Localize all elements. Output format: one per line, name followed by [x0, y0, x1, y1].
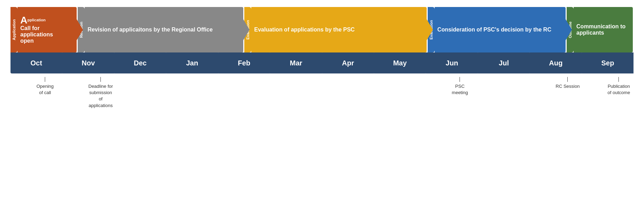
phase-application-content: ApplicationCall forapplicationsopen — [18, 7, 77, 52]
timeline: Oct Nov Dec Jan Feb Mar Apr May Jun Jul … — [10, 52, 634, 73]
label-tick — [45, 77, 45, 82]
timeline-bar: Oct Nov Dec Jan Feb Mar Apr May Jun Jul … — [10, 52, 634, 73]
phase-eval-yellow-content: Evaluation of applications by the PSC — [251, 7, 426, 52]
month-jan: Jan — [166, 52, 218, 73]
month-sep: Sep — [582, 52, 634, 73]
label-sep-label: Publication of outcome — [608, 77, 630, 96]
month-mar: Mar — [270, 52, 322, 73]
phase-application-label: Application — [10, 7, 18, 52]
month-dec: Dec — [114, 52, 166, 73]
label-aug-label: RC Session — [556, 77, 580, 90]
label-tick — [460, 77, 460, 82]
month-feb: Feb — [218, 52, 270, 73]
label-oct-label: Opening of call — [36, 77, 54, 96]
phase-eval-yellow: Evaluation Evaluation of applications by… — [244, 7, 426, 52]
phase-application: Application ApplicationCall forapplicati… — [10, 7, 77, 52]
labels-row: Opening of callDeadline for submission o… — [10, 77, 634, 122]
phases-row: Application ApplicationCall forapplicati… — [10, 7, 634, 52]
month-jun: Jun — [426, 52, 478, 73]
phase-revision: Revision Revision of applicaitons by the… — [78, 7, 243, 52]
month-oct: Oct — [10, 52, 62, 73]
label-tick — [100, 77, 101, 82]
label-text: RC Session — [556, 83, 580, 90]
month-apr: Apr — [322, 52, 374, 73]
label-nov-label: Deadline for submission of applications — [89, 77, 113, 109]
phase-eval-blue-content: Consideration of PSC's decision by the R… — [435, 7, 566, 52]
phase-eval-blue: Evaluation Consideration of PSC's decisi… — [428, 7, 566, 52]
main-container: Application ApplicationCall forapplicati… — [0, 0, 644, 205]
label-tick — [567, 77, 568, 82]
month-jul: Jul — [478, 52, 530, 73]
month-nov: Nov — [62, 52, 114, 73]
label-text: Publication of outcome — [608, 83, 630, 96]
label-jun-label: PSC meeting — [452, 77, 468, 96]
phase-outcome-content: Communication to applicants — [574, 7, 633, 52]
label-text: Deadline for submission of applications — [89, 83, 113, 109]
label-text: Opening of call — [36, 83, 54, 96]
label-tick — [618, 77, 619, 82]
phase-outcome: Outcome Communication to applicants — [567, 7, 633, 52]
month-aug: Aug — [530, 52, 582, 73]
phase-revision-content: Revision of applicaitons by the Regional… — [85, 7, 243, 52]
label-text: PSC meeting — [452, 83, 468, 96]
month-may: May — [374, 52, 426, 73]
